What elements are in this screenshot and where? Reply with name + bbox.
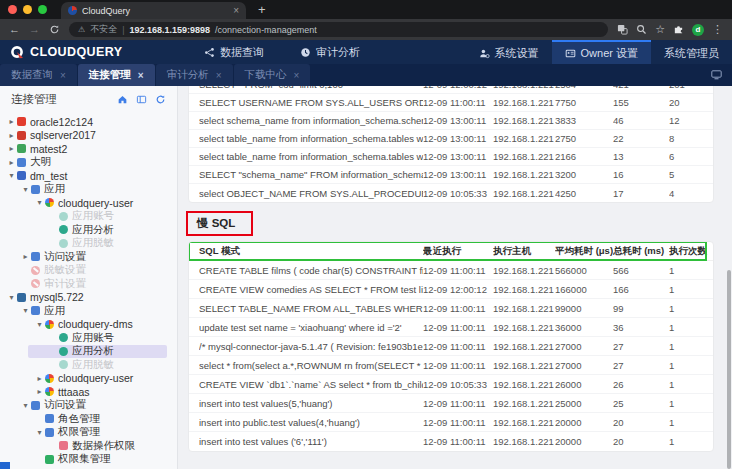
vertical-scrollbar[interactable]: [727, 270, 731, 469]
recent-sql-row[interactable]: select table_name from information_schem…: [189, 148, 713, 166]
chevron-right-icon[interactable]: ▸: [20, 252, 31, 261]
recent-sql-row[interactable]: select schema_name from information_sche…: [189, 112, 713, 130]
chevron-down-icon[interactable]: ▾: [34, 320, 45, 329]
tree-item-应用分析[interactable]: 应用分析: [0, 223, 177, 237]
tree-item-sqlserver2017[interactable]: ▸sqlserver2017: [0, 129, 177, 143]
slow-sql-row[interactable]: CREATE VIEW `db1`.`name` AS select * fro…: [189, 375, 713, 394]
chevron-down-icon[interactable]: ▾: [20, 185, 31, 194]
window-zoom-button[interactable]: [38, 5, 47, 14]
recent-sql-row[interactable]: SELECT * FROM `cou` limit 0,10012-09 12:…: [189, 86, 713, 94]
tree-item-matest2[interactable]: ▸matest2: [0, 142, 177, 156]
slow-sql-row[interactable]: insert into public.test values(4,'huang'…: [189, 413, 713, 432]
tab-close-icon[interactable]: ×: [60, 70, 66, 81]
slow-sql-row[interactable]: /* mysql-connector-java-5.1.47 ( Revisio…: [189, 337, 713, 356]
zoom-icon[interactable]: [636, 24, 647, 35]
tree-item-数据操作权限[interactable]: 数据操作权限: [0, 439, 177, 453]
tree-item-权限集管理[interactable]: 权限集管理: [0, 453, 177, 467]
extensions-icon[interactable]: [673, 24, 684, 35]
tree-item-脱敏设置[interactable]: 脱敏设置: [0, 264, 177, 278]
tree-item-应用分析[interactable]: 应用分析: [0, 345, 177, 359]
tree-item-mysql5.722[interactable]: ▾mysql5.722: [0, 291, 177, 305]
chevron-down-icon[interactable]: ▾: [34, 198, 45, 207]
tree-item-应用账号[interactable]: 应用账号: [0, 210, 177, 224]
header-nav-数据查询[interactable]: 数据查询: [204, 45, 264, 60]
tree-item-角色管理[interactable]: 角色管理: [0, 412, 177, 426]
home-icon[interactable]: [117, 94, 128, 105]
workspace-tab-连接管理[interactable]: 连接管理×: [78, 64, 155, 86]
tree-item-应用账号[interactable]: 应用账号: [0, 331, 177, 345]
chevron-right-icon[interactable]: ▸: [6, 131, 17, 140]
chevron-right-icon[interactable]: ▸: [6, 117, 17, 126]
tree-item-访问设置[interactable]: ▾访问设置: [0, 399, 177, 413]
chevron-down-icon[interactable]: ▾: [20, 306, 31, 315]
tree-item-应用[interactable]: ▾应用: [0, 183, 177, 197]
chevron-down-icon[interactable]: ▾: [20, 401, 31, 410]
header-nav-审计分析[interactable]: 审计分析: [300, 45, 360, 60]
workspace-tab-下载中心[interactable]: 下载中心×: [234, 64, 311, 86]
tree-item-cloudquery-dms[interactable]: ▾cloudquery-dms: [0, 318, 177, 332]
header-right-系统管理员[interactable]: 系统管理员: [651, 40, 732, 64]
slow-sql-row[interactable]: CREATE VIEW comedies AS SELECT * FROM te…: [189, 280, 713, 299]
cell-time: 12-09 13:00:11: [423, 133, 493, 144]
back-icon[interactable]: ←: [9, 24, 20, 35]
fullscreen-monitor-icon[interactable]: [711, 70, 722, 80]
tree-item-应用脱敏[interactable]: 应用脱敏: [0, 237, 177, 251]
recent-sql-row[interactable]: select OBJECT_NAME FROM SYS.ALL_PROCEDUR…: [189, 184, 713, 202]
new-tab-button[interactable]: +: [258, 2, 266, 17]
recent-sql-row[interactable]: select table_name from information_schem…: [189, 130, 713, 148]
recent-sql-row[interactable]: SELECT USERNAME FROM SYS.ALL_USERS ORDER…: [189, 94, 713, 112]
tree-item-权限管理[interactable]: ▾权限管理: [0, 426, 177, 440]
chevron-right-icon[interactable]: ▸: [34, 374, 45, 383]
slow-sql-row[interactable]: insert into test values(5,'huang')12-09 …: [189, 394, 713, 413]
chevron-right-icon[interactable]: ▸: [6, 144, 17, 153]
url-address-bar[interactable]: ⚠ 不安全 | 192.168.1.159:9898 /connection-m…: [69, 22, 608, 37]
header-right-系统设置[interactable]: 系统设置: [466, 40, 552, 64]
workspace-tab-审计分析[interactable]: 审计分析×: [156, 64, 233, 86]
tree-item-应用脱敏[interactable]: 应用脱敏: [0, 358, 177, 372]
tree-item-审计设置[interactable]: 审计设置: [0, 277, 177, 291]
translate-icon[interactable]: [617, 24, 628, 35]
browser-tab[interactable]: CloudQuery ×: [61, 2, 246, 19]
tree-item-cloudquery-user[interactable]: ▾cloudquery-user: [0, 196, 177, 210]
slow-sql-row[interactable]: CREATE TABLE films ( code char(5) CONSTR…: [189, 261, 713, 280]
cell-sql: CREATE TABLE films ( code char(5) CONSTR…: [199, 265, 423, 276]
window-minimize-button[interactable]: [23, 5, 32, 14]
chevron-down-icon[interactable]: ▾: [34, 428, 45, 437]
cell-avg: 3833: [555, 115, 613, 126]
refresh-icon[interactable]: [155, 94, 166, 105]
chevron-down-icon[interactable]: ▾: [6, 171, 17, 180]
header-right-Owner 设置[interactable]: Owner 设置: [552, 40, 651, 64]
tree-item-应用[interactable]: ▾应用: [0, 304, 177, 318]
workspace-tab-数据查询[interactable]: 数据查询×: [0, 64, 77, 86]
tree-item-大明[interactable]: ▸大明: [0, 156, 177, 170]
slow-sql-row[interactable]: update test set name = 'xiaohuang' where…: [189, 318, 713, 337]
window-close-button[interactable]: [8, 5, 17, 14]
tree-item-dm_test[interactable]: ▾dm_test: [0, 169, 177, 183]
tab-close-icon[interactable]: ×: [233, 6, 239, 16]
tree-item-tttaaas[interactable]: ▸tttaaas: [0, 385, 177, 399]
slow-sql-row[interactable]: select * from(select a.*,ROWNUM rn from(…: [189, 356, 713, 375]
profile-avatar[interactable]: d: [692, 24, 704, 36]
tab-close-icon[interactable]: ×: [138, 70, 144, 81]
tree-item-label: 应用分析: [72, 223, 114, 237]
tree-item-oracle12c124[interactable]: ▸oracle12c124: [0, 115, 177, 129]
chevron-right-icon[interactable]: ▸: [34, 387, 45, 396]
cell-avg: 20000: [555, 417, 613, 428]
collapse-panel-icon[interactable]: [136, 94, 147, 105]
forward-icon[interactable]: →: [29, 24, 40, 35]
chevron-right-icon[interactable]: ▸: [6, 158, 17, 167]
tree-item-label: 应用: [44, 182, 65, 196]
reload-icon[interactable]: [49, 24, 60, 35]
tab-close-icon[interactable]: ×: [216, 70, 222, 81]
tree-item-label: 权限集管理: [58, 452, 111, 466]
browser-menu-icon[interactable]: ⋮: [712, 24, 723, 35]
recent-sql-row[interactable]: SELECT "schema_name" FROM information_sc…: [189, 166, 713, 184]
tree-item-cloudquery-user[interactable]: ▸cloudquery-user: [0, 372, 177, 386]
leaf-node-icon: [59, 360, 68, 369]
tab-close-icon[interactable]: ×: [294, 70, 300, 81]
bookmark-star-icon[interactable]: ☆: [655, 24, 665, 35]
slow-sql-row[interactable]: insert into test values ('6','111')12-09…: [189, 432, 713, 451]
chevron-down-icon[interactable]: ▾: [6, 293, 17, 302]
slow-sql-row[interactable]: SELECT TABLE_NAME FROM ALL_TABLES WHERE …: [189, 299, 713, 318]
tree-item-访问设置[interactable]: ▸访问设置: [0, 250, 177, 264]
